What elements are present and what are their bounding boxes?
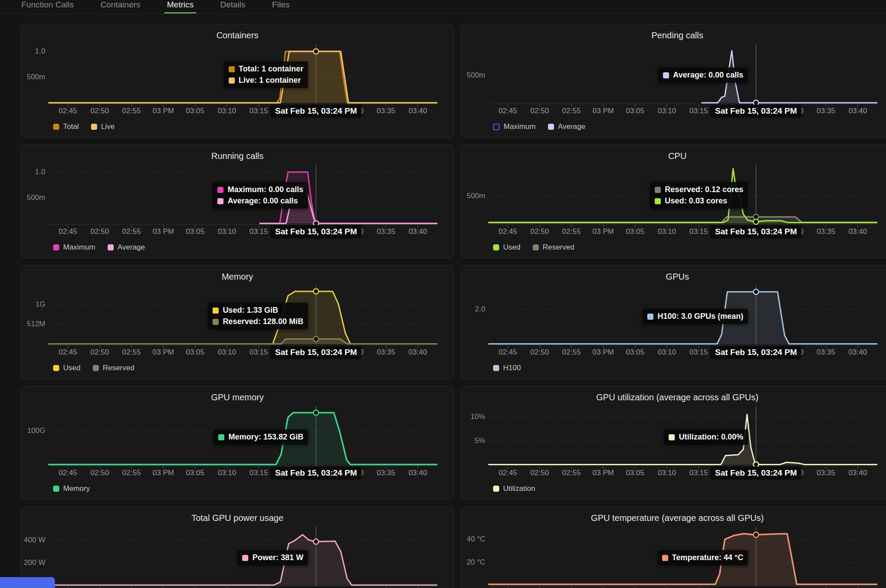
chart-panel[interactable]: Total GPU power usage 400 W200 W 02:4502…	[20, 507, 454, 588]
tab-function-calls[interactable]: Function Calls	[20, 0, 75, 14]
legend-item-reserved[interactable]: Reserved	[93, 364, 135, 372]
tooltip-text: Used: 0.03 cores	[665, 196, 727, 206]
chart-title: GPU temperature (average across all GPUs…	[461, 513, 886, 523]
legend-item-utilization[interactable]: Utilization	[493, 484, 535, 493]
charts-grid: Containers 1.0500m 02:4502:5002:5503 PM0…	[20, 24, 886, 588]
tab-details[interactable]: Details	[219, 0, 247, 14]
x-axis-label: 03 PM	[586, 227, 621, 236]
chart-panel[interactable]: GPU memory 100G 02:4502:5002:5503 PM03:0…	[20, 386, 454, 500]
x-axis-label: 03:40	[840, 469, 875, 477]
tooltip-series-swatch	[213, 308, 219, 314]
x-axis-label: 03:35	[369, 469, 403, 477]
x-axis-label: 03:10	[210, 469, 244, 477]
legend-swatch	[533, 244, 539, 250]
tooltip-row: Reserved: 0.12 cores	[655, 185, 743, 194]
legend-item-average[interactable]: Average	[548, 122, 585, 131]
tooltip-row: Power: 381 W	[242, 553, 303, 562]
floating-action-button[interactable]	[0, 577, 55, 588]
chart-title: GPUs	[461, 272, 886, 282]
chart-panel[interactable]: Pending calls 500m 02:4502:5002:5503 PM0…	[460, 24, 886, 138]
legend-item-average[interactable]: Average	[108, 243, 145, 252]
chart-title: GPU utilization (average across all GPUs…	[461, 392, 886, 402]
chart-tooltip: Memory: 153.82 GiB	[213, 429, 308, 445]
legend-swatch	[493, 365, 499, 371]
x-axis-label: 03:40	[840, 348, 875, 357]
tooltip-series-swatch	[217, 187, 223, 193]
x-axis-label: 03:05	[178, 227, 213, 236]
x-axis-label: 03 PM	[586, 107, 621, 115]
tooltip-series-swatch	[662, 555, 668, 561]
tooltip-series-swatch	[655, 198, 661, 204]
chart-panel[interactable]: CPU 500m 02:4502:5002:5503 PM03:0503:100…	[460, 145, 886, 258]
tooltip-row: H100: 3.0 GPUs (mean)	[647, 312, 743, 321]
tooltip-row: Average: 0.00 calls	[217, 196, 303, 206]
x-axis-label: 03 PM	[146, 107, 181, 115]
crosshair-time-tooltip: Sat Feb 15, 03:24 PM	[271, 466, 361, 480]
chart-panel[interactable]: Memory 1G512M 02:4502:5002:5503 PM03:050…	[20, 265, 454, 379]
x-axis-label: 03 PM	[586, 469, 621, 477]
chart-title: Total GPU power usage	[21, 513, 454, 523]
legend-item-memory[interactable]: Memory	[53, 484, 90, 493]
y-axis-label: 40 °C	[461, 535, 485, 544]
legend-item-total[interactable]: Total	[53, 122, 79, 131]
chart-legend: MaximumAverage	[493, 122, 585, 131]
tooltip-text: Power: 381 W	[252, 553, 303, 562]
chart-panel[interactable]: Containers 1.0500m 02:4502:5002:5503 PM0…	[20, 24, 454, 138]
chart-title: CPU	[461, 151, 886, 161]
tooltip-text: Used: 1.33 GiB	[223, 306, 278, 315]
tooltip-series-swatch	[647, 314, 653, 320]
crosshair-time-tooltip: Sat Feb 15, 03:24 PM	[710, 225, 801, 238]
legend-label: H100	[503, 364, 521, 372]
tooltip-series-swatch	[218, 434, 224, 440]
tooltip-text: Total: 1 container	[239, 64, 304, 74]
y-axis-label: 400 W	[21, 536, 45, 544]
legend-swatch	[493, 124, 500, 130]
x-axis-label: 03:10	[649, 469, 684, 477]
x-axis-label: 03:40	[400, 348, 435, 357]
legend-label: Live	[101, 122, 115, 131]
chart-panel[interactable]: GPU temperature (average across all GPUs…	[460, 507, 886, 588]
legend-item-used[interactable]: Used	[493, 243, 521, 252]
legend-item-reserved[interactable]: Reserved	[533, 243, 575, 252]
x-axis-label: 03:05	[618, 227, 653, 236]
chart-legend: Utilization	[493, 484, 535, 493]
tooltip-row: Utilization: 0.00%	[669, 433, 743, 442]
legend-swatch	[548, 124, 554, 130]
legend-swatch	[493, 244, 499, 250]
tab-metrics[interactable]: Metrics	[165, 0, 195, 14]
chart-title: Memory	[21, 272, 454, 282]
chart-panel[interactable]: GPUs 2.0 02:4502:5002:5503 PM03:0503:100…	[460, 265, 886, 379]
legend-item-used[interactable]: Used	[53, 364, 81, 372]
tooltip-text: Average: 0.00 calls	[673, 71, 743, 80]
chart-title: GPU memory	[21, 392, 454, 402]
y-axis-label: 500m	[461, 71, 485, 80]
tab-containers[interactable]: Containers	[98, 0, 142, 14]
tooltip-text: Live: 1 container	[239, 76, 301, 85]
x-axis-label: 02:50	[522, 348, 557, 357]
legend-label: Reserved	[543, 243, 575, 252]
x-axis-label: 03:35	[808, 469, 843, 477]
legend-swatch	[93, 365, 99, 371]
x-axis-label: 02:45	[490, 227, 525, 236]
legend-item-maximum[interactable]: Maximum	[53, 243, 95, 252]
legend-item-h100[interactable]: H100	[493, 364, 521, 372]
y-axis-label: 1G	[21, 300, 45, 309]
legend-item-live[interactable]: Live	[91, 122, 115, 131]
tooltip-row: Used: 1.33 GiB	[213, 306, 303, 315]
chart-panel[interactable]: GPU utilization (average across all GPUs…	[460, 386, 886, 500]
legend-swatch	[53, 486, 59, 492]
tab-label: Details	[220, 0, 246, 10]
tab-label: Function Calls	[21, 0, 74, 10]
legend-item-maximum[interactable]: Maximum	[493, 122, 536, 131]
x-axis-label: 02:45	[51, 348, 85, 357]
chart-title: Running calls	[21, 151, 454, 161]
chart-panel[interactable]: Running calls 1.0500m 02:4502:5002:5503 …	[20, 145, 454, 258]
x-axis-label: 03:10	[649, 348, 684, 357]
tab-label: Metrics	[167, 0, 193, 10]
tab-files[interactable]: Files	[271, 0, 291, 14]
x-axis-label: 03:35	[369, 348, 403, 357]
x-axis-label: 03:10	[210, 227, 244, 236]
x-axis-label: 03:10	[210, 348, 244, 357]
y-axis-label: 1.0	[21, 168, 45, 176]
x-axis-label: 02:45	[51, 469, 85, 477]
